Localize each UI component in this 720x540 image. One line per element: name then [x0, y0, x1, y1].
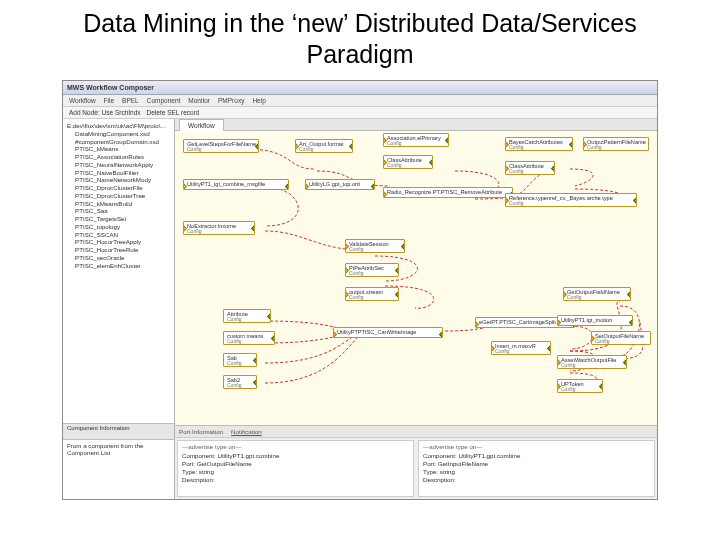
tree-item[interactable]: PTISC_NameNetworkMody — [67, 176, 170, 184]
info-type: Type: string — [182, 468, 409, 476]
menu-pmproxy[interactable]: PMProxy — [218, 97, 244, 104]
component-list-label: Component List — [67, 449, 170, 456]
node-util-lg[interactable]: UtilityLG.gpt_top.ortt — [305, 179, 375, 190]
node-insert-max[interactable]: Insert_m.maxvR Config — [491, 341, 551, 355]
tree-item[interactable]: PTISC_SSCAN — [67, 231, 170, 239]
node-label: Radio_Recognize.PT.PTISC_RemoveAttribute — [387, 189, 502, 195]
tree-item[interactable]: PTISC_HocorTreeRule — [67, 246, 170, 254]
panel-heading: —advertise type on— — [423, 443, 650, 451]
node-set-output-file[interactable]: SetOutputFileName Config — [591, 331, 651, 345]
node-util-combine[interactable]: UtilityPT1_igt_combine_msgfile — [183, 179, 289, 190]
node-config-label: Config — [561, 387, 599, 392]
node-assetwatch[interactable]: AssetWatchOutputFile Config — [557, 355, 627, 369]
node-config-label: Config — [187, 229, 251, 234]
node-config-label: Config — [349, 247, 401, 252]
node-get-level-steps[interactable]: GetLevelStepsForFileName Config — [183, 139, 259, 153]
info-port: Port: GetInputFileName — [423, 460, 650, 468]
node-config-label: Config — [509, 169, 551, 174]
node-art-output[interactable]: Art_Output.format Config — [295, 139, 353, 153]
node-config-label: Config — [349, 271, 395, 276]
node-config-label: Config — [509, 145, 569, 150]
tab-port-info[interactable]: Port Information — [179, 428, 223, 435]
info-description: Description: — [423, 476, 650, 484]
node-config-label: Config — [595, 339, 647, 344]
add-node-button[interactable]: Add Node: Use SrchIndx — [69, 109, 141, 116]
tab-notification[interactable]: Notification — [231, 428, 262, 435]
menu-workflow[interactable]: Workflow — [69, 97, 96, 104]
node-attribute[interactable]: Attribute Config — [223, 309, 271, 323]
tree-file[interactable]: #componentGroupDomain.xsd — [67, 138, 170, 146]
node-config-label: Config — [495, 349, 547, 354]
node-config-label: Config — [187, 147, 255, 152]
node-label: UtilityPT1.igt_motion — [561, 317, 612, 323]
node-get-output-field[interactable]: GetOutputFieldName Config — [563, 287, 631, 301]
node-label: eGetPT.PTISC_CartImageSplit — [479, 319, 556, 325]
window-title: MWS Workflow Composer — [67, 84, 154, 91]
tab-workflow[interactable]: Workflow — [179, 119, 224, 131]
node-sab[interactable]: Sab Config — [223, 353, 257, 367]
node-config-label: Config — [509, 201, 633, 206]
node-config-label: Config — [567, 295, 627, 300]
port-info-left: —advertise type on— Component: UtilityPT… — [177, 440, 414, 497]
tree-item[interactable]: PTISC_DprocClusterFile — [67, 184, 170, 192]
node-util-motion[interactable]: UtilityPT1.igt_motion — [557, 315, 633, 326]
canvas-tab-strip: Workflow — [175, 119, 657, 131]
node-bayes-catch[interactable]: BayesCatchAttributes Config — [505, 137, 573, 151]
node-ptpe-attrib[interactable]: PtPeAttribSec Config — [345, 263, 399, 277]
node-sab2[interactable]: Sab2 Config — [223, 375, 257, 389]
info-description: Description: — [182, 476, 409, 484]
node-uptoken[interactable]: UPToken Config — [557, 379, 603, 393]
tree-item[interactable]: PTISC_AssociationRules — [67, 153, 170, 161]
node-config-label: Config — [227, 361, 253, 366]
workflow-canvas[interactable]: GetLevelStepsForFileName Config Art_Outp… — [175, 131, 657, 425]
tree-item[interactable]: PTISC_NeuralNetworkApply — [67, 161, 170, 169]
node-radio-recognize[interactable]: Radio_Recognize.PT.PTISC_RemoveAttribute — [383, 187, 513, 198]
component-info-header: Component Information — [63, 423, 174, 439]
node-label: Reference.typenref_cv._Bayes.arche.type — [509, 195, 613, 201]
info-component: Component: UtilityPT1.gpt.combine — [182, 452, 409, 460]
window-titlebar[interactable]: MWS Workflow Composer — [63, 81, 657, 95]
node-output-stream[interactable]: output.stream Config — [345, 287, 399, 301]
panel-heading: —advertise type on— — [182, 443, 409, 451]
node-output-pattern[interactable]: OutputPatternFileName Config — [583, 137, 649, 151]
tree-item[interactable]: PTISC_kMeans — [67, 145, 170, 153]
component-list-hint: From a component from the — [67, 442, 170, 449]
toolbar: Add Node: Use SrchIndx Delete SEL record — [63, 107, 657, 119]
node-util-cart-write[interactable]: UtilityPTPTISC_CartWriteImage — [333, 327, 443, 338]
node-config-label: Config — [387, 163, 429, 168]
tree-root[interactable]: E:dev\flux\dev\src\uk\ac\FM\proto\... — [67, 122, 170, 130]
node-noextractor[interactable]: NoExtractor.Income Config — [183, 221, 255, 235]
tree-item[interactable]: PTISC_NaiveBoolFilter — [67, 169, 170, 177]
tree-item[interactable]: PTISC_HocorTreeApply — [67, 238, 170, 246]
delete-record-button[interactable]: Delete SEL record — [147, 109, 200, 116]
node-config-label: Config — [227, 339, 271, 344]
node-custom-means[interactable]: custom means Config — [223, 331, 275, 345]
node-config-label: Config — [227, 383, 253, 388]
tree-item[interactable]: PTISC_TargetsSet — [67, 215, 170, 223]
node-class-attr-1[interactable]: ClassAttribute Config — [383, 155, 433, 169]
slide-title: Data Mining in the ‘new’ Distributed Dat… — [0, 0, 720, 75]
info-component: Component: UtilityPT1.gpt.combine — [423, 452, 650, 460]
menu-bpel[interactable]: BPEL — [122, 97, 139, 104]
node-class-attr-2[interactable]: ClassAttribute Config — [505, 161, 555, 175]
tree-item[interactable]: PTISC_topology — [67, 223, 170, 231]
menu-help[interactable]: Help — [252, 97, 265, 104]
menu-component[interactable]: Component — [147, 97, 181, 104]
node-validate-session[interactable]: ValidateSession Config — [345, 239, 405, 253]
menu-file[interactable]: File — [104, 97, 114, 104]
tree-item[interactable]: PTISC_kMeansBuild — [67, 200, 170, 208]
node-label: UtilityPT1_igt_combine_msgfile — [187, 181, 265, 187]
node-reference-type[interactable]: Reference.typenref_cv._Bayes.arche.type … — [505, 193, 637, 207]
app-window: MWS Workflow Composer Workflow File BPEL… — [62, 80, 658, 500]
component-tree[interactable]: E:dev\flux\dev\src\uk\ac\FM\proto\... Da… — [63, 119, 174, 423]
tree-item[interactable]: PTISC_secOracle — [67, 254, 170, 262]
node-label: UtilityPTPTISC_CartWriteImage — [337, 329, 416, 335]
node-assoc-primary[interactable]: Association.elPrimary Config — [383, 133, 449, 147]
tree-file[interactable]: DataMiningComponent.xsd — [67, 130, 170, 138]
tree-item[interactable]: PTISC_Saa — [67, 207, 170, 215]
tree-item[interactable]: PTISC_elemEnhCluster — [67, 262, 170, 270]
node-config-label: Config — [299, 147, 349, 152]
menu-monitor[interactable]: Monitor — [188, 97, 210, 104]
tree-item[interactable]: PTISC_DprocClusterTree — [67, 192, 170, 200]
bottom-panel: Port Information Notification —advertise… — [175, 425, 657, 499]
